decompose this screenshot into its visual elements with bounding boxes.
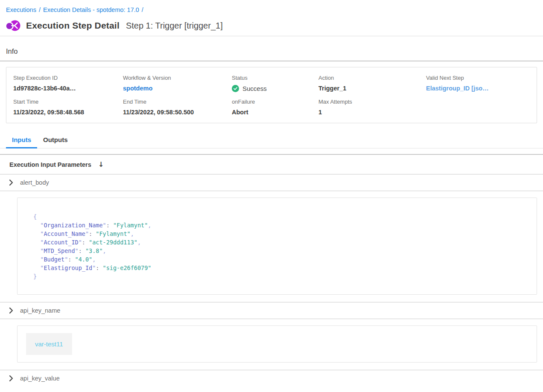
tab-outputs[interactable]: Outputs [37,134,74,148]
info-card: Step Execution ID 1d97828c-13b6-40a… Wor… [6,67,537,123]
section-label: api_key_name [20,307,60,314]
page-title: Execution Step Detail [26,20,120,31]
alert-body-value-card: { "Organization_Name": "Fylamynt", "Acco… [17,197,537,295]
section-label: api_key_value [20,375,60,382]
field-status: Status Success [232,75,318,92]
field-label: Workflow & Version [123,75,232,81]
field-label: Start Time [13,99,123,105]
success-check-icon [232,85,239,92]
divider [0,36,543,36]
field-label: End Time [123,99,232,105]
section-row-api-key-name[interactable]: api_key_name [0,302,543,319]
arrow-down-icon[interactable]: ↓ [98,160,104,168]
field-value: 1 [318,109,426,116]
field-onfailure: onFailure Abort [232,99,318,116]
field-start-time: Start Time 11/23/2022, 09:58:48.568 [13,99,123,116]
page-subtitle: Step 1: Trigger [trigger_1] [126,21,223,31]
chevron-right-icon [9,308,14,314]
field-max-attempts: Max Attempts 1 [318,99,426,116]
breadcrumb-link-executions[interactable]: Executions [6,6,36,13]
field-label: Step Execution ID [13,75,123,81]
divider [0,61,543,61]
section-row-alert-body[interactable]: alert_body [0,174,543,191]
workflow-link[interactable]: spotdemo [123,85,232,92]
field-value: 11/23/2022, 09:58:50.500 [123,109,232,116]
breadcrumb-separator: / [142,6,143,13]
api-key-name-value: var-test11 [26,333,72,355]
tab-bar: Inputs Outputs [0,134,543,148]
field-end-time: End Time 11/23/2022, 09:58:50.500 [123,99,232,116]
field-value: Abort [232,109,318,116]
field-value: 11/23/2022, 09:58:48.568 [13,109,123,116]
field-label: Action [318,75,426,81]
field-label: onFailure [232,99,318,105]
chevron-right-icon [9,180,14,186]
status-badge: Success [242,85,267,92]
field-label: Valid Next Step [426,75,530,81]
field-value: Trigger_1 [318,85,426,92]
page-header: Execution Step Detail Step 1: Trigger [t… [6,19,537,32]
section-row-api-key-value[interactable]: api_key_value [0,370,543,386]
field-valid-next-step: Valid Next Step Elastigroup_ID [jso… [426,75,530,92]
fylamynt-logo-icon [6,19,20,32]
api-key-name-value-card: var-test11 [17,325,537,363]
valid-next-step-link[interactable]: Elastigroup_ID [jso… [426,85,530,92]
breadcrumb-link-execution-details[interactable]: Execution Details - spotdemo: 17.0 [43,6,139,13]
field-value: 1d97828c-13b6-40a… [13,85,123,92]
field-action: Action Trigger_1 [318,75,426,92]
section-label: alert_body [20,179,49,186]
chevron-right-icon [9,375,14,381]
execution-input-parameters-label: Execution Input Parameters [9,161,91,168]
field-label: Status [232,75,318,81]
tab-inputs[interactable]: Inputs [6,134,37,148]
field-workflow-version: Workflow & Version spotdemo [123,75,232,92]
execution-input-parameters-header[interactable]: Execution Input Parameters ↓ [0,154,543,174]
field-label: Max Attempts [318,99,426,105]
breadcrumb-separator: / [39,6,41,13]
field-step-execution-id: Step Execution ID 1d97828c-13b6-40a… [13,75,123,92]
info-section-heading: Info [6,47,537,55]
breadcrumb: Executions/Execution Details - spotdemo:… [0,0,543,13]
json-code-block: { "Organization_Name": "Fylamynt", "Acco… [18,198,537,281]
